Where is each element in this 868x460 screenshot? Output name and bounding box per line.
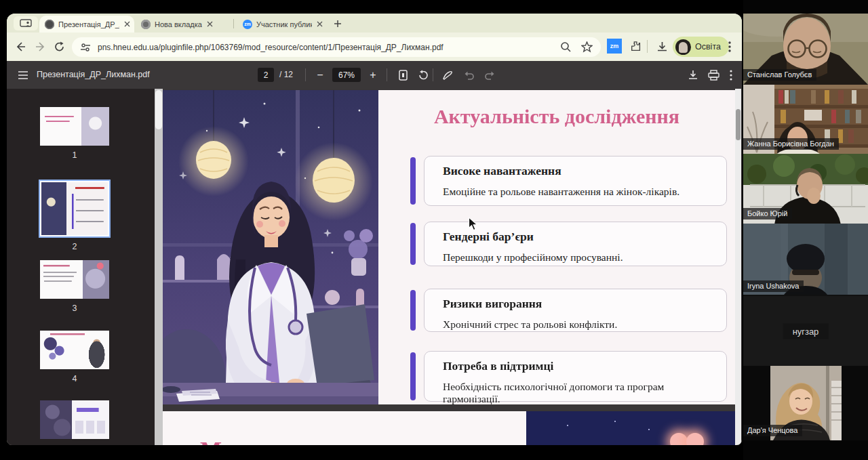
- tab-favicon-icon: zm: [243, 20, 252, 29]
- pdf-download-icon[interactable]: [685, 67, 701, 83]
- zoom-page-icon[interactable]: [560, 41, 572, 53]
- pdf-menu-icon[interactable]: [15, 67, 31, 83]
- profile-chip[interactable]: Освіта: [673, 37, 729, 57]
- address-bar[interactable]: pns.hneu.edu.ua/pluginfile.php/1063769/m…: [72, 37, 601, 57]
- point-text: Перешкоди у професійному просуванні.: [443, 251, 715, 264]
- tab-favicon-icon: [141, 20, 151, 29]
- slide-point-box: Ризики вигорання Хронічний стрес та роль…: [424, 289, 727, 332]
- next-slide-left: Мета та завдання:: [163, 411, 526, 445]
- slide-point-box: Потреба в підтримці Необхідність психоло…: [424, 351, 727, 402]
- sidebar-scrollbar[interactable]: [155, 89, 163, 445]
- profile-avatar: [675, 39, 691, 55]
- window-title-bar: [0, 0, 868, 14]
- reload-icon[interactable]: [52, 39, 68, 55]
- pdf-annotate-pen-icon[interactable]: [439, 67, 456, 83]
- participant-tile[interactable]: Жанна Борисівна Богдан: [743, 85, 868, 154]
- pdf-zoom-out-icon[interactable]: −: [312, 67, 328, 83]
- extensions-puzzle-icon[interactable]: [628, 39, 644, 55]
- downloads-icon[interactable]: [654, 39, 670, 55]
- profile-name: Освіта: [695, 42, 721, 51]
- tab-close-icon[interactable]: [317, 20, 323, 28]
- next-slide-night-art: [526, 411, 735, 445]
- participant-tile[interactable]: Дар'я Ченцова: [743, 366, 868, 440]
- tab-close-icon[interactable]: [124, 20, 130, 28]
- tab-favicon-icon: [45, 20, 54, 29]
- participant-name: Жанна Борисівна Богдан: [743, 138, 839, 150]
- slide-title: Актуальність дослідження: [378, 105, 735, 128]
- participant-tile[interactable]: Бойко Юрій: [743, 154, 868, 224]
- page-gap: [163, 404, 735, 411]
- browser-menu-icon[interactable]: [722, 39, 738, 55]
- zm-badge: zm: [607, 39, 622, 54]
- pdf-thumbnail[interactable]: [39, 106, 111, 147]
- tab-divider: [233, 19, 234, 28]
- pdf-undo-icon[interactable]: [461, 67, 477, 83]
- thumbnail-number: 3: [39, 304, 111, 313]
- forward-icon[interactable]: [33, 39, 49, 55]
- slide-point-row: Потреба в підтримці Необхідність психоло…: [410, 351, 727, 402]
- pdf-thumbnail[interactable]: [39, 399, 111, 440]
- pdf-fit-page-icon[interactable]: [395, 67, 411, 83]
- accent-bar: [410, 352, 416, 400]
- thumbnail-number: 2: [39, 242, 111, 251]
- zoom-extension-icon[interactable]: zm: [606, 38, 623, 54]
- browser-tab[interactable]: zm Участник публикации - Zoo: [237, 16, 327, 33]
- thumbnail-number: 1: [39, 150, 111, 160]
- pdf-page-input[interactable]: 2: [258, 68, 274, 82]
- point-heading: Високе навантаження: [443, 164, 715, 178]
- pdf-page-total: / 12: [279, 70, 293, 79]
- pdf-thumbnail-sidebar: 1 2 3 4 5: [7, 89, 155, 445]
- participant-name: нугзар: [783, 323, 829, 339]
- participant-tile[interactable]: Iryna Ushakova: [743, 224, 868, 296]
- pdf-print-icon[interactable]: [705, 67, 722, 83]
- slide-point-row: Гендерні бар’єри Перешкоди у професійном…: [410, 222, 727, 266]
- thumbnail-number: 4: [39, 374, 111, 383]
- pdf-body: 1 2 3 4 5: [7, 89, 742, 445]
- url-text[interactable]: pns.hneu.edu.ua/pluginfile.php/1063769/m…: [98, 43, 560, 52]
- pdf-scrollbar[interactable]: [735, 89, 741, 445]
- zoom-shared-screen: Презентація_ДР_Лихман.pd Нова вкладка zm…: [0, 0, 868, 460]
- point-heading: Потреба в підтримці: [443, 359, 715, 373]
- pdf-more-icon[interactable]: [723, 67, 739, 83]
- pdf-thumbnail[interactable]: [39, 329, 111, 371]
- heart-glow-shape: [670, 433, 705, 445]
- next-slide-title: Мета та завдання:: [200, 437, 392, 445]
- back-icon[interactable]: [12, 39, 28, 55]
- pdf-zoom-level[interactable]: 67%: [332, 68, 361, 82]
- new-tab-button[interactable]: [331, 17, 344, 30]
- thumbnail-number: 5: [39, 444, 111, 445]
- mouse-cursor: [468, 217, 478, 234]
- point-heading: Гендерні бар’єри: [443, 230, 715, 244]
- tab-close-icon[interactable]: [207, 20, 213, 28]
- pdf-page-next-partial: Мета та завдання:: [163, 411, 735, 445]
- pdf-zoom-in-icon[interactable]: +: [365, 67, 381, 83]
- browser-tab[interactable]: Презентація_ДР_Лихман.pd: [39, 16, 134, 33]
- point-text: Емоційне та рольове навантаження на жіно…: [443, 186, 715, 198]
- accent-bar: [410, 223, 416, 265]
- pdf-toolbar: Презентація_ДР_Лихман.pdf 2 / 12 − 67% +: [7, 61, 742, 89]
- thumbnail-preview: [40, 331, 109, 369]
- browser-tab[interactable]: Нова вкладка: [136, 16, 231, 33]
- point-text: Необхідність психологічної допомоги та п…: [443, 381, 715, 404]
- pdf-rotate-icon[interactable]: [415, 67, 431, 83]
- accent-bar: [410, 157, 416, 205]
- participant-tile[interactable]: Станіслав Голубєв: [743, 14, 868, 85]
- participant-tile[interactable]: нугзар: [743, 296, 868, 366]
- pdf-divider: [433, 68, 433, 81]
- tab-title: Нова вкладка: [155, 20, 202, 28]
- participant-name: Станіслав Голубєв: [743, 69, 816, 81]
- pdf-page-current: Актуальність дослідження Високе навантаж…: [163, 90, 735, 404]
- bookmark-star-icon[interactable]: [581, 41, 593, 53]
- slide-content: Актуальність дослідження Високе навантаж…: [378, 90, 735, 404]
- pdf-thumbnail[interactable]: [39, 180, 111, 238]
- thumbnail-preview: [40, 260, 109, 299]
- thumbnail-preview: [40, 400, 109, 439]
- participant-name: Дар'я Ченцова: [743, 425, 802, 436]
- slide-illustration-doctor-night: [163, 90, 378, 404]
- tab-title: Презентація_ДР_Лихман.pd: [58, 20, 119, 28]
- pdf-thumbnail[interactable]: [39, 259, 111, 300]
- screen-share-device-icon[interactable]: [14, 16, 38, 30]
- chrome-browser-window: Презентація_ДР_Лихман.pd Нова вкладка zm…: [7, 14, 742, 445]
- pdf-redo-icon[interactable]: [481, 67, 498, 83]
- site-settings-icon[interactable]: [80, 43, 91, 52]
